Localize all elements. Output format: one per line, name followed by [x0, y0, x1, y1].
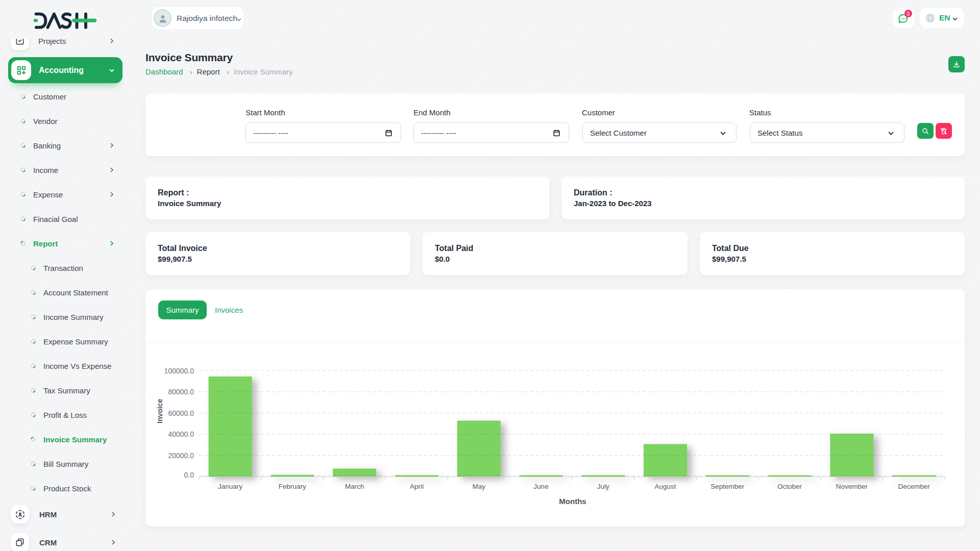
svg-text:0.0: 0.0: [184, 471, 194, 479]
svg-text:February: February: [279, 483, 306, 490]
svg-text:Invoice: Invoice: [156, 399, 164, 423]
svg-text:August: August: [654, 483, 676, 490]
svg-text:80000.0: 80000.0: [168, 388, 194, 396]
svg-text:60000.0: 60000.0: [168, 409, 194, 417]
svg-text:November: November: [836, 483, 868, 490]
svg-text:September: September: [710, 483, 745, 490]
svg-text:Months: Months: [559, 497, 586, 506]
svg-text:20000.0: 20000.0: [168, 452, 194, 460]
svg-text:January: January: [218, 483, 242, 490]
svg-text:June: June: [533, 483, 548, 490]
svg-text:July: July: [597, 483, 609, 490]
svg-text:April: April: [410, 483, 424, 490]
svg-text:December: December: [898, 483, 930, 490]
svg-text:May: May: [472, 483, 485, 490]
svg-text:40000.0: 40000.0: [168, 430, 194, 438]
svg-text:October: October: [777, 483, 802, 490]
svg-text:March: March: [345, 483, 364, 490]
svg-text:100000.0: 100000.0: [164, 367, 194, 375]
